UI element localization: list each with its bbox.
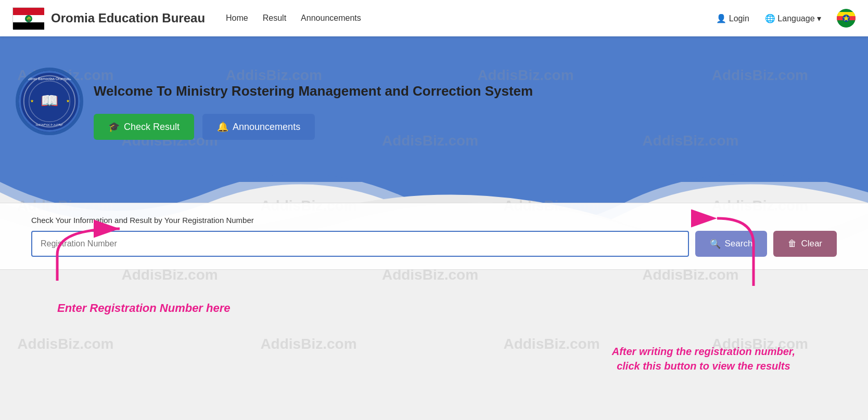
- watermark: AddisBiz.com: [260, 336, 356, 352]
- watermark: AddisBiz.com: [503, 336, 599, 352]
- search-section: Check Your Information and Result by You…: [0, 203, 868, 270]
- svg-text:🌳: 🌳: [26, 16, 32, 22]
- watermark: AddisBiz.com: [712, 336, 808, 352]
- svg-text:ቢሮ ትምህርት ኦሮሚያ: ቢሮ ትምህርት ኦሮሚያ: [36, 123, 63, 126]
- hero-section: AddisBiz.com AddisBiz.com AddisBiz.com A…: [0, 36, 868, 420]
- watermark: AddisBiz.com: [17, 336, 113, 352]
- search-icon: 🔍: [710, 239, 721, 250]
- right-annotation-text: After writing the registration number,cl…: [612, 344, 795, 373]
- registration-number-input[interactable]: [31, 231, 689, 257]
- search-row: 🔍 Search 🗑 Clear: [31, 231, 837, 257]
- welcome-title: Welcome To Ministry Rostering Management…: [94, 83, 837, 99]
- main-content: Welcome To Ministry Rostering Management…: [94, 78, 837, 171]
- svg-text:📖: 📖: [41, 92, 59, 109]
- nav-links: Home Result Announcements: [226, 14, 716, 23]
- graduation-cap-icon: 🎓: [108, 121, 120, 133]
- clear-button[interactable]: 🗑 Clear: [773, 231, 837, 257]
- svg-rect-2: [13, 22, 44, 30]
- org-title: Oromia Education Bureau: [51, 11, 205, 25]
- search-label: Check Your Information and Result by You…: [31, 216, 837, 225]
- search-button[interactable]: 🔍 Search: [695, 231, 768, 257]
- navbar-right: 👤 Login 🌐 Language ▾: [716, 9, 856, 28]
- svg-rect-0: [13, 8, 44, 15]
- check-result-button[interactable]: 🎓 Check Result: [94, 114, 194, 140]
- flag-icon: 🌳: [12, 7, 44, 29]
- nav-home[interactable]: Home: [226, 14, 248, 23]
- globe-flag-icon: [837, 9, 856, 28]
- language-selector[interactable]: 🌐 Language ▾: [765, 14, 821, 23]
- svg-text:★: ★: [66, 99, 70, 103]
- svg-text:Biiroo Barnootaa Oromiyaa: Biiroo Barnootaa Oromiyaa: [28, 77, 71, 81]
- left-annotation-text: Enter Registration Number here: [57, 301, 231, 315]
- navbar: 🌳 Oromia Education Bureau Home Result An…: [0, 0, 868, 36]
- nav-announcements[interactable]: Announcements: [301, 14, 361, 23]
- bell-icon: 🔔: [217, 121, 228, 133]
- nav-result[interactable]: Result: [263, 14, 286, 23]
- organization-seal: 📖 Biiroo Barnootaa Oromiyaa ቢሮ ትምህርት ኦሮሚ…: [16, 68, 83, 135]
- announcements-button[interactable]: 🔔 Announcements: [202, 114, 315, 140]
- trash-icon: 🗑: [788, 239, 797, 249]
- action-buttons: 🎓 Check Result 🔔 Announcements: [94, 114, 837, 140]
- login-link[interactable]: 👤 Login: [716, 14, 749, 23]
- svg-text:★: ★: [30, 99, 34, 103]
